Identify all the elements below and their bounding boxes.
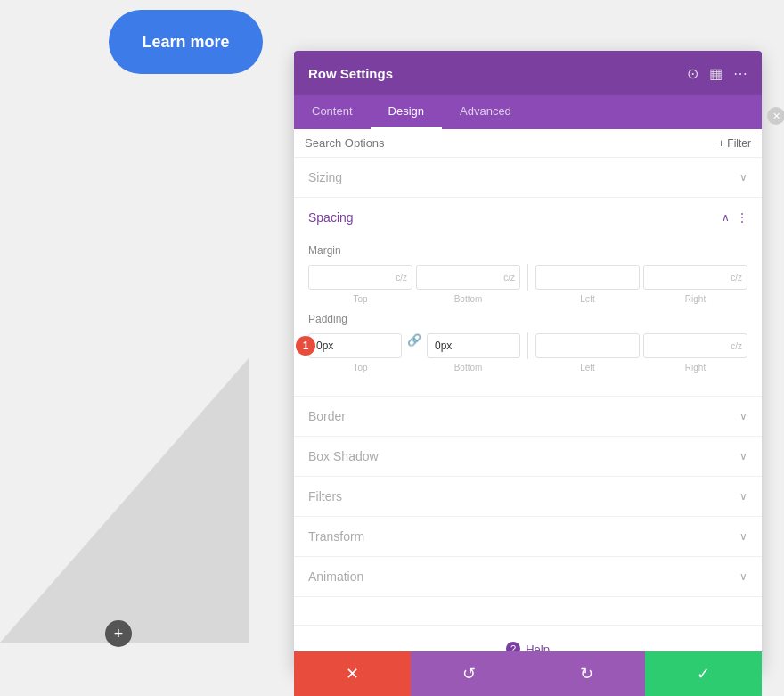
canvas-area xyxy=(0,0,294,696)
padding-bottom-wrap xyxy=(427,333,520,358)
columns-icon[interactable]: ▦ xyxy=(709,65,723,82)
margin-topleft-labels: Top Bottom xyxy=(308,294,520,304)
sizing-chevron-icon: ∨ xyxy=(739,171,747,184)
margin-right-wrap: c/z xyxy=(643,265,747,290)
margin-right-label: Right xyxy=(643,294,747,304)
filters-section: Filters ∨ xyxy=(294,477,762,517)
border-title: Border xyxy=(308,409,346,423)
search-bar: + Filter xyxy=(294,129,762,158)
spacing-header-icons: ∧ ⋮ xyxy=(722,211,747,224)
padding-left-label: Left xyxy=(535,363,640,373)
margin-left-label: Left xyxy=(535,294,640,304)
margin-left-wrap xyxy=(535,265,640,290)
margin-divider xyxy=(527,264,528,291)
sizing-title: Sizing xyxy=(308,170,342,184)
padding-right-label: Right xyxy=(643,363,747,373)
padding-sub-labels: Top Bottom Left Right xyxy=(308,363,747,373)
learn-more-button[interactable]: Learn more xyxy=(109,10,263,74)
save-button[interactable]: ✓ xyxy=(645,651,762,696)
margin-top-bottom-group: c/z c/z xyxy=(308,265,520,290)
redo-button[interactable]: ↻ xyxy=(528,651,645,696)
padding-left-input[interactable] xyxy=(535,333,640,358)
row-settings-panel: Row Settings ⊙ ▦ ⋯ Content Design Advanc… xyxy=(294,51,762,670)
padding-divider xyxy=(527,332,528,359)
spacing-more-icon[interactable]: ⋮ xyxy=(737,211,747,224)
margin-sub-labels: Top Bottom Left Right xyxy=(308,294,747,304)
margin-bottom-unit: c/z xyxy=(503,273,515,282)
margin-right-unit: c/z xyxy=(731,273,742,282)
search-input[interactable] xyxy=(305,136,718,150)
box-shadow-section: Box Shadow ∨ xyxy=(294,437,762,477)
settings-icon[interactable]: ⊙ xyxy=(687,65,698,82)
padding-bottom-input[interactable] xyxy=(427,333,520,358)
panel-header: Row Settings ⊙ ▦ ⋯ xyxy=(294,51,762,95)
margin-rightleft-labels: Left Right xyxy=(535,294,747,304)
spacing-title: Spacing xyxy=(308,210,354,225)
padding-bottom-label: Bottom xyxy=(416,363,520,373)
animation-section: Animation ∨ xyxy=(294,557,762,597)
padding-top-bottom-group: 🔗 xyxy=(308,333,520,358)
spacing-section: Spacing ∧ ⋮ Margin c/z xyxy=(294,198,762,397)
transform-chevron-icon: ∨ xyxy=(739,530,747,543)
add-section-button[interactable]: + xyxy=(105,620,132,647)
box-shadow-chevron-icon: ∨ xyxy=(739,450,747,463)
tab-advanced[interactable]: Advanced xyxy=(442,95,529,129)
bottom-toolbar: ✕ ↺ ↻ ✓ xyxy=(294,651,762,696)
margin-top-wrap: c/z xyxy=(308,265,412,290)
tab-content[interactable]: Content xyxy=(294,95,371,129)
filters-chevron-icon: ∨ xyxy=(739,490,747,503)
step-badge: 1 xyxy=(296,336,315,356)
filters-title: Filters xyxy=(308,489,342,504)
more-icon[interactable]: ⋯ xyxy=(733,65,747,82)
box-shadow-title: Box Shadow xyxy=(308,449,379,463)
margin-top-label: Top xyxy=(308,294,412,304)
canvas-triangle xyxy=(0,357,249,643)
sizing-section-header[interactable]: Sizing ∨ xyxy=(294,158,762,197)
panel-tabs: Content Design Advanced xyxy=(294,95,762,129)
padding-left-wrap xyxy=(535,333,640,358)
panel-header-icons: ⊙ ▦ ⋯ xyxy=(687,65,747,82)
margin-top-unit: c/z xyxy=(396,273,407,282)
padding-left-right-group: c/z xyxy=(535,333,747,358)
transform-section: Transform ∨ xyxy=(294,517,762,557)
panel-title: Row Settings xyxy=(308,66,393,81)
border-chevron-icon: ∨ xyxy=(739,410,747,422)
spacing-content: Margin c/z c/z xyxy=(294,244,762,396)
spacing-section-header[interactable]: Spacing ∧ ⋮ xyxy=(294,198,762,237)
filters-section-header[interactable]: Filters ∨ xyxy=(294,477,762,516)
spacing-chevron-icon: ∧ xyxy=(722,211,730,224)
margin-left-right-group: c/z xyxy=(535,265,747,290)
padding-input-row: 1 🔗 xyxy=(308,332,747,359)
filter-button[interactable]: + Filter xyxy=(718,137,751,150)
padding-label: Padding xyxy=(308,313,747,325)
padding-top-label: Top xyxy=(308,363,412,373)
animation-section-header[interactable]: Animation ∨ xyxy=(294,557,762,596)
animation-chevron-icon: ∨ xyxy=(739,570,747,583)
padding-top-wrap xyxy=(308,333,402,358)
padding-right-wrap: c/z xyxy=(643,333,747,358)
margin-input-row: c/z c/z c/z xyxy=(308,264,747,291)
border-section: Border ∨ xyxy=(294,397,762,437)
padding-link-icon[interactable]: 🔗 xyxy=(405,333,423,358)
undo-button[interactable]: ↺ xyxy=(411,651,527,696)
transform-title: Transform xyxy=(308,529,364,544)
border-section-header[interactable]: Border ∨ xyxy=(294,397,762,436)
margin-bottom-label: Bottom xyxy=(416,294,520,304)
padding-topleft-labels: Top Bottom xyxy=(308,363,520,373)
panel-content: Sizing ∨ Spacing ∧ ⋮ Margin xyxy=(294,158,762,625)
panel-edge-close-button[interactable]: ✕ xyxy=(767,107,784,125)
padding-right-unit: c/z xyxy=(731,341,742,351)
box-shadow-section-header[interactable]: Box Shadow ∨ xyxy=(294,437,762,476)
transform-section-header[interactable]: Transform ∨ xyxy=(294,517,762,556)
margin-label: Margin xyxy=(308,244,747,257)
cancel-button[interactable]: ✕ xyxy=(294,651,411,696)
padding-rightleft-labels: Left Right xyxy=(535,363,747,373)
padding-top-input[interactable] xyxy=(308,333,402,358)
margin-bottom-wrap: c/z xyxy=(416,265,520,290)
animation-title: Animation xyxy=(308,569,363,584)
sizing-section: Sizing ∨ xyxy=(294,158,762,198)
margin-left-input[interactable] xyxy=(535,265,640,290)
tab-design[interactable]: Design xyxy=(371,95,442,129)
